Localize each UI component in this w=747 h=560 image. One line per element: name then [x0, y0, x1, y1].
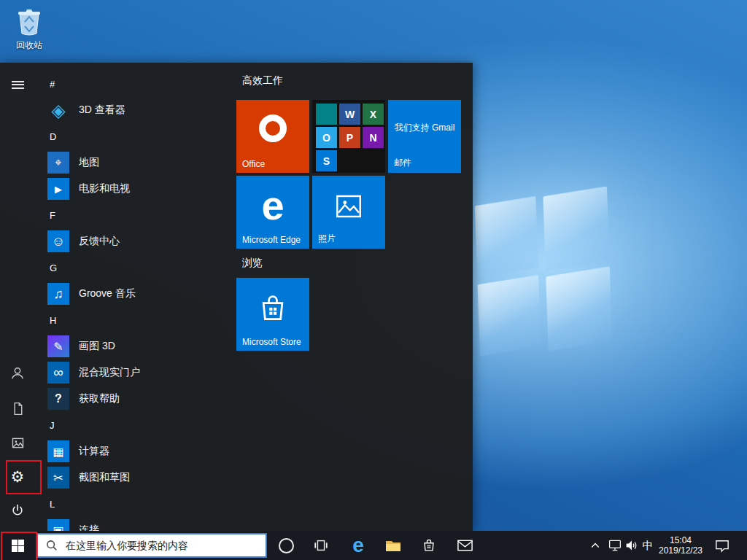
tile-mail[interactable]: 我们支持 Gmail 邮件 [388, 100, 461, 173]
network-button[interactable] [607, 538, 623, 553]
app-list-item[interactable]: ♫ Groove 音乐 [35, 281, 233, 307]
power-icon [10, 503, 25, 518]
speaker-icon [624, 539, 639, 552]
mini-tile-onenote-icon: N [363, 127, 384, 148]
task-view-button[interactable] [312, 537, 330, 554]
file-explorer-button[interactable] [384, 537, 402, 554]
get-help-icon: ? [47, 388, 69, 410]
taskbar: e [0, 531, 747, 560]
tile-office-apps-folder[interactable]: W X O P N S [312, 100, 385, 173]
app-section-header[interactable]: H [35, 307, 233, 333]
app-list-item[interactable]: ✂ 截图和草图 [35, 464, 233, 491]
mini-tile-word-icon: W [339, 104, 360, 125]
app-label: 电影和电视 [79, 182, 130, 195]
start-menu: ⚙ # ◈ 3D 查看器 D ⌖ 地图 ▶ 电影和电视 [0, 63, 473, 531]
tray-expand-button[interactable] [588, 539, 603, 552]
app-label: 计算器 [79, 445, 109, 458]
tile-photos[interactable]: 照片 [312, 176, 385, 249]
snip-sketch-icon: ✂ [47, 467, 69, 489]
power-button[interactable] [0, 493, 35, 528]
app-label: 连接 [79, 524, 99, 531]
start-button[interactable] [0, 531, 35, 560]
app-label: 混合现实门户 [79, 366, 140, 379]
mini-tile-skype-icon: S [316, 150, 337, 171]
app-list-item[interactable]: ? 获取帮助 [35, 386, 233, 412]
chevron-up-icon [589, 540, 601, 551]
app-section-header[interactable]: J [35, 412, 233, 438]
wallpaper-logo-pane [543, 186, 609, 271]
pictures-icon [10, 435, 26, 451]
connect-icon: ▣ [47, 519, 69, 531]
tile-microsoft-edge[interactable]: e Microsoft Edge [236, 176, 309, 249]
recycle-bin-shortcut[interactable]: 回收站 [9, 7, 49, 52]
app-list-item[interactable]: ◈ 3D 查看器 [35, 97, 233, 123]
hamburger-icon [12, 79, 24, 90]
tile-label: Microsoft Edge [242, 235, 301, 245]
app-section-header[interactable]: G [35, 254, 233, 281]
mini-tile-outlook-icon: O [316, 127, 337, 148]
app-section-header[interactable]: F [35, 202, 233, 228]
store-bag-icon [421, 537, 437, 554]
action-center-button[interactable] [713, 538, 731, 553]
app-label: 画图 3D [79, 340, 115, 353]
start-menu-rail: ⚙ [0, 63, 35, 531]
taskbar-mail-button[interactable] [456, 537, 473, 553]
mini-tile-excel-icon: X [363, 104, 384, 125]
ime-indicator[interactable]: 中 [640, 537, 656, 553]
gear-icon: ⚙ [11, 469, 25, 484]
cortana-icon [279, 538, 294, 553]
tile-office[interactable]: Office [236, 100, 309, 173]
app-list-item[interactable]: ☺ 反馈中心 [35, 228, 233, 254]
volume-button[interactable] [624, 538, 640, 553]
action-center-icon [714, 539, 730, 553]
folder-icon [384, 537, 402, 554]
recycle-bin-icon [15, 7, 43, 36]
app-section-header[interactable]: # [35, 71, 233, 97]
taskbar-search[interactable] [36, 533, 267, 558]
search-input[interactable] [64, 534, 266, 557]
app-list-item[interactable]: ▦ 计算器 [35, 438, 233, 464]
app-label: 反馈中心 [79, 235, 120, 248]
taskbar-edge-button[interactable]: e [348, 532, 368, 559]
app-label: 地图 [79, 156, 99, 169]
wallpaper-logo-pane [546, 266, 612, 351]
app-section-header[interactable]: D [35, 123, 233, 149]
task-view-icon [313, 537, 329, 553]
documents-button[interactable] [0, 391, 35, 426]
wallpaper-logo-pane [475, 196, 538, 277]
app-list-item[interactable]: ∞ 混合现实门户 [35, 359, 233, 386]
desktop-screen: 回收站 [0, 0, 747, 560]
app-list-item[interactable]: ✎ 画图 3D [35, 333, 233, 359]
clock-time: 15:04 [658, 535, 703, 545]
tile-microsoft-store[interactable]: Microsoft Store [236, 278, 309, 351]
taskbar-clock[interactable]: 15:04 2019/12/23 [658, 535, 703, 556]
taskbar-store-button[interactable] [420, 536, 438, 555]
office-logo-icon [259, 114, 287, 142]
mixed-reality-portal-icon: ∞ [47, 362, 69, 384]
user-account-button[interactable] [0, 356, 35, 391]
tile-group-title[interactable]: 浏览 [242, 257, 263, 270]
app-list-item[interactable]: ⌖ 地图 [35, 149, 233, 176]
tile-group-title[interactable]: 高效工作 [242, 74, 283, 88]
app-label: 获取帮助 [79, 392, 120, 405]
document-icon [10, 401, 26, 416]
start-menu-tiles: 高效工作 Office W X O P N S 我们支持 Gmail 邮件 [236, 63, 473, 531]
app-label: Groove 音乐 [79, 287, 136, 300]
paint-3d-icon: ✎ [47, 335, 69, 357]
pictures-button[interactable] [0, 425, 35, 460]
clock-date: 2019/12/23 [658, 545, 703, 556]
app-list-item[interactable]: ▣ 连接 [35, 517, 233, 531]
user-icon [9, 365, 26, 381]
app-section-header[interactable]: L [35, 491, 233, 517]
expand-menu-button[interactable] [0, 67, 35, 102]
search-icon [45, 539, 58, 552]
mini-tile-powerpoint-icon: P [339, 127, 360, 148]
windows-wallpaper-logo [471, 186, 616, 358]
maps-icon: ⌖ [47, 152, 69, 174]
recycle-bin-label: 回收站 [9, 39, 49, 52]
settings-button[interactable]: ⚙ [0, 459, 35, 494]
app-list-item[interactable]: ▶ 电影和电视 [35, 176, 233, 202]
cortana-button[interactable] [277, 537, 295, 554]
store-bag-icon [257, 292, 289, 324]
photos-icon [333, 191, 364, 222]
